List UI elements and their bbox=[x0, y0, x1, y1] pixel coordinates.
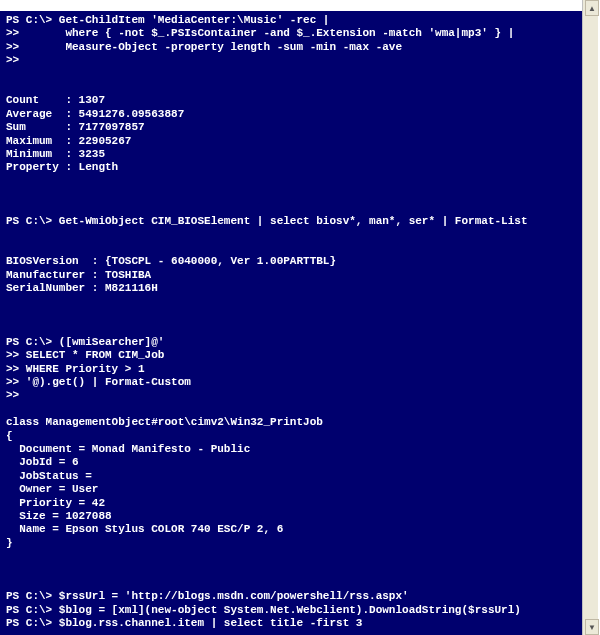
chevron-up-icon: ▲ bbox=[588, 4, 596, 13]
scrollbar-track[interactable] bbox=[584, 16, 598, 619]
chevron-down-icon: ▼ bbox=[588, 623, 596, 632]
powershell-console[interactable]: PS C:\> Get-ChildItem 'MediaCenter:\Musi… bbox=[0, 11, 582, 635]
scroll-down-button[interactable]: ▼ bbox=[585, 619, 599, 635]
vertical-scrollbar[interactable]: ▲ ▼ bbox=[582, 0, 598, 635]
scroll-up-button[interactable]: ▲ bbox=[585, 0, 599, 16]
